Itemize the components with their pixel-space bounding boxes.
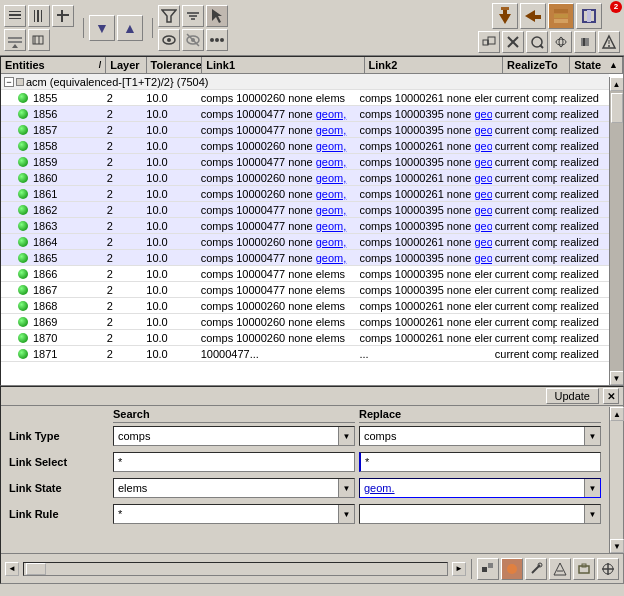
link-state-replace[interactable]: geom. ▼ — [359, 478, 601, 498]
entity-id: 1867 — [33, 284, 57, 296]
toolbar-right-group — [158, 5, 228, 51]
link-state-search-arrow[interactable]: ▼ — [338, 479, 354, 497]
hscroll-right-btn[interactable]: ► — [452, 562, 466, 576]
table-row[interactable]: 1866 2 10.0 comps 10000477 none elems co… — [1, 266, 609, 282]
bottom-vscroll[interactable]: ▲ ▼ — [609, 407, 623, 553]
table-row[interactable]: 1867 2 10.0 comps 10000477 none elems co… — [1, 282, 609, 298]
filter-button[interactable] — [158, 5, 180, 27]
table-row[interactable]: 1860 2 10.0 comps 10000260 none geom, co… — [1, 170, 609, 186]
small-btn-5[interactable] — [574, 31, 596, 53]
td-layer: 2 — [104, 219, 144, 233]
pin-h-button[interactable] — [4, 5, 26, 27]
small-btn-6[interactable] — [598, 31, 620, 53]
table-row[interactable]: 1855 2 10.0 comps 10000260 none elems co… — [1, 90, 609, 106]
bottom-tool-3[interactable] — [525, 558, 547, 580]
link-type-search-arrow[interactable]: ▼ — [338, 427, 354, 445]
link-state-search[interactable]: elems ▼ — [113, 478, 355, 498]
entity-id: 1857 — [33, 124, 57, 136]
small-btn-4[interactable] — [550, 31, 572, 53]
hscrollbar[interactable] — [23, 562, 448, 576]
pin-v-icon-button[interactable] — [520, 3, 546, 29]
link-type-search[interactable]: comps ▼ — [113, 426, 355, 446]
th-entities-slash: / — [99, 60, 102, 70]
status-circle — [18, 317, 28, 327]
table-row[interactable]: 1863 2 10.0 comps 10000477 none geom, co… — [1, 218, 609, 234]
hscroll-left-btn[interactable]: ◄ — [5, 562, 19, 576]
th-realizeto[interactable]: RealizeTo — [503, 57, 570, 73]
td-link1: comps 10000477 none geom, — [198, 203, 357, 217]
tree-collapse[interactable]: − — [4, 77, 14, 87]
close-button[interactable]: ✕ — [603, 388, 619, 404]
table-scroll[interactable]: − acm (equivalenced-[T1+T2)/2} (7504) 18… — [1, 74, 623, 382]
pin-v-button[interactable] — [28, 5, 50, 27]
toolbar-row-3: ▼ ▲ — [89, 15, 143, 41]
vscroll-up-btn[interactable]: ▲ — [610, 77, 624, 91]
bottom-tool-1[interactable] — [477, 558, 499, 580]
th-state[interactable]: State ▲ — [570, 57, 623, 73]
eye-button[interactable] — [158, 29, 180, 51]
bottom-tool-2[interactable] — [501, 558, 523, 580]
table-row[interactable]: 1857 2 10.0 comps 10000477 none geom, co… — [1, 122, 609, 138]
table-row[interactable]: 1871 2 10.0 10000477... ... current comp… — [1, 346, 609, 362]
th-tolerance[interactable]: Tolerance — [147, 57, 203, 73]
table-row[interactable]: 1864 2 10.0 comps 10000260 none geom, co… — [1, 234, 609, 250]
link-select-label: Link Select — [9, 452, 109, 472]
td-realizeto: current comp — [492, 123, 558, 137]
td-tolerance: 10.0 — [143, 219, 197, 233]
table-row[interactable]: 1865 2 10.0 comps 10000477 none geom, co… — [1, 250, 609, 266]
cursor-button[interactable] — [206, 5, 228, 27]
td-layer: 2 — [104, 267, 144, 281]
link-select-row: Link Select * * — [1, 449, 609, 475]
link-rule-search-arrow[interactable]: ▼ — [338, 505, 354, 523]
toolbar-btn-4[interactable] — [4, 29, 26, 51]
down-arrow-button[interactable]: ▼ — [89, 15, 115, 41]
toolbar-btn-5[interactable] — [28, 29, 50, 51]
small-btn-3[interactable] — [526, 31, 548, 53]
table-row[interactable]: 1869 2 10.0 comps 10000260 none elems co… — [1, 314, 609, 330]
table-vscroll[interactable]: ▲ ▼ — [609, 77, 623, 385]
up-arrow-button[interactable]: ▲ — [117, 15, 143, 41]
bottom-vscroll-down[interactable]: ▼ — [610, 539, 624, 553]
td-tolerance: 10.0 — [143, 91, 197, 105]
bottom-tool-5[interactable] — [573, 558, 595, 580]
th-link1[interactable]: Link1 — [202, 57, 364, 73]
th-link2[interactable]: Link2 — [365, 57, 504, 73]
table-row[interactable]: 1859 2 10.0 comps 10000477 none geom, co… — [1, 154, 609, 170]
th-entities[interactable]: Entities / — [1, 57, 106, 73]
link-type-replace-arrow[interactable]: ▼ — [584, 427, 600, 445]
link-rule-replace-arrow[interactable]: ▼ — [584, 505, 600, 523]
pin-icon-button[interactable] — [492, 3, 518, 29]
link-rule-replace[interactable]: ▼ — [359, 504, 601, 524]
small-btn-1[interactable] — [478, 31, 500, 53]
box-button[interactable] — [576, 3, 602, 29]
geom-highlight: geom, — [316, 252, 347, 264]
link-select-search-input[interactable]: * — [113, 452, 355, 472]
vscroll-track[interactable] — [610, 91, 624, 371]
vscroll-thumb[interactable] — [611, 93, 623, 123]
link-select-replace-input[interactable]: * — [359, 452, 601, 472]
table-row[interactable]: 1862 2 10.0 comps 10000477 none geom, co… — [1, 202, 609, 218]
vscroll-down-btn[interactable]: ▼ — [610, 371, 624, 385]
bottom-tool-6[interactable] — [597, 558, 619, 580]
eye-off-button[interactable] — [182, 29, 204, 51]
link-state-replace-arrow[interactable]: ▼ — [584, 479, 600, 497]
table-row[interactable]: 1861 2 10.0 comps 10000260 none geom, co… — [1, 186, 609, 202]
bottom-tool-4[interactable] — [549, 558, 571, 580]
more-button[interactable] — [206, 29, 228, 51]
th-layer[interactable]: Layer — [106, 57, 146, 73]
link-rule-search[interactable]: * ▼ — [113, 504, 355, 524]
update-button[interactable]: Update — [546, 388, 599, 404]
hscroll-thumb[interactable] — [26, 563, 46, 575]
table-row[interactable]: 1858 2 10.0 comps 10000260 none geom, co… — [1, 138, 609, 154]
table-row[interactable]: 1870 2 10.0 comps 10000260 none elems co… — [1, 330, 609, 346]
small-btn-2[interactable] — [502, 31, 524, 53]
group-row[interactable]: − acm (equivalenced-[T1+T2)/2} (7504) — [1, 74, 609, 90]
pin-both-button[interactable] — [52, 5, 74, 27]
toolbar-left-group — [4, 5, 74, 51]
table-row[interactable]: 1856 2 10.0 comps 10000477 none geom, co… — [1, 106, 609, 122]
stack-button[interactable] — [548, 3, 574, 29]
bottom-vscroll-up[interactable]: ▲ — [610, 407, 624, 421]
table-row[interactable]: 1868 2 10.0 comps 10000260 none elems co… — [1, 298, 609, 314]
filter2-button[interactable] — [182, 5, 204, 27]
link-type-replace[interactable]: comps ▼ — [359, 426, 601, 446]
